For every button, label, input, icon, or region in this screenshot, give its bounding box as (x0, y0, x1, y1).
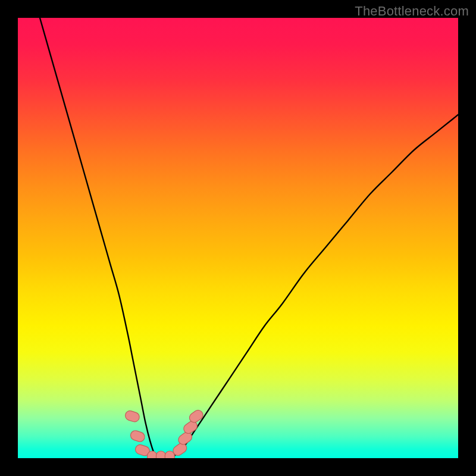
plot-area (18, 18, 458, 458)
curve-marker (124, 409, 141, 423)
bottleneck-curve (40, 18, 458, 458)
curve-marker (148, 451, 157, 458)
curve-marker (129, 430, 146, 443)
watermark-text: TheBottleneck.com (355, 4, 469, 19)
chart-frame: TheBottleneck.com (0, 0, 476, 476)
curve-marker (156, 451, 166, 458)
curve-svg (18, 18, 458, 458)
